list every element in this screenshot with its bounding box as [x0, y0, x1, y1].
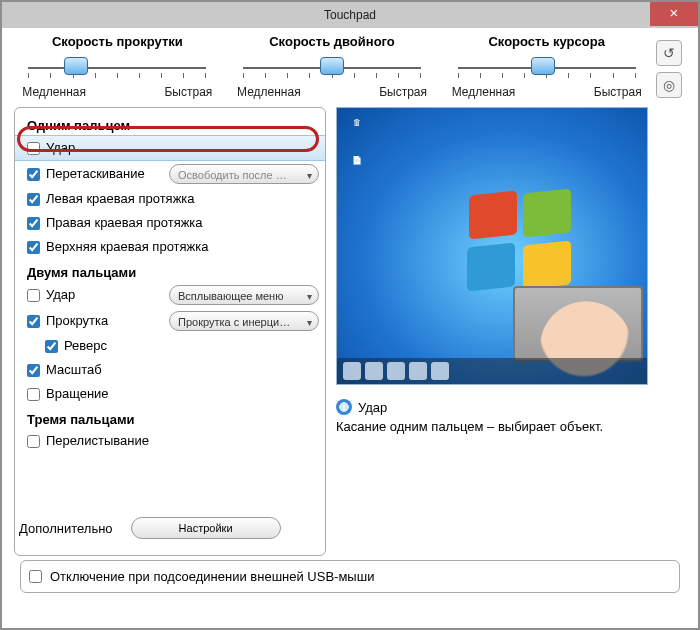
right-buttons: ↺ ◎ — [656, 34, 688, 99]
checkbox-right-edge[interactable] — [27, 217, 40, 230]
slider-double: Скорость двойного Медленная Быстрая — [227, 34, 438, 99]
slider-scroll-thumb[interactable] — [64, 57, 88, 75]
label-twotap: Удар — [46, 286, 75, 304]
task-icon — [409, 362, 427, 380]
label-flick: Перелистывание — [46, 432, 149, 450]
section-one-finger: Одним пальцем — [15, 112, 325, 135]
slider-cursor-min: Медленная — [452, 85, 516, 99]
checkbox-scroll[interactable] — [27, 315, 40, 328]
slider-scroll: Скорость прокрутки Медленная Быстрая — [12, 34, 223, 99]
item-scroll[interactable]: Прокрутка Прокрутка с инерци… — [15, 308, 325, 334]
titlebar: Touchpad × — [2, 2, 698, 28]
slider-scroll-track[interactable] — [22, 53, 212, 83]
gesture-panel: Одним пальцем Удар Перетаскивание Освобо… — [14, 107, 326, 556]
label-zoom: Масштаб — [46, 361, 102, 379]
label-tap: Удар — [46, 139, 75, 157]
undo-button[interactable]: ↺ — [656, 40, 682, 66]
close-button[interactable]: × — [650, 2, 698, 26]
info-title: Удар — [358, 400, 387, 415]
checkbox-drag[interactable] — [27, 168, 40, 181]
slider-cursor-thumb[interactable] — [531, 57, 555, 75]
info-block: i Удар Касание одним пальцем – выбирает … — [336, 399, 686, 434]
checkbox-flick[interactable] — [27, 435, 40, 448]
checkbox-disable-on-mouse[interactable] — [29, 570, 42, 583]
label-rotate: Вращение — [46, 385, 109, 403]
slider-double-thumb[interactable] — [320, 57, 344, 75]
sliders-row: Скорость прокрутки Медленная Быстрая Ско… — [2, 28, 698, 99]
windows-logo-icon — [467, 191, 587, 301]
label-disable-on-mouse: Отключение при подсоединении внешней USB… — [50, 569, 374, 584]
slider-scroll-min: Медленная — [22, 85, 86, 99]
slider-scroll-label: Скорость прокрутки — [12, 34, 223, 49]
advanced-label: Дополнительно — [19, 521, 113, 536]
slider-scroll-max: Быстрая — [164, 85, 212, 99]
close-icon: × — [670, 4, 679, 21]
slider-cursor-max: Быстрая — [594, 85, 642, 99]
item-rotate[interactable]: Вращение — [15, 382, 325, 406]
label-top-edge: Верхняя краевая протяжка — [46, 238, 208, 256]
item-flick[interactable]: Перелистывание — [15, 429, 325, 453]
desktop-icon: 🗑 — [343, 118, 371, 127]
dropdown-twotap[interactable]: Всплывающее меню — [169, 285, 319, 305]
item-reverse[interactable]: Реверс — [15, 334, 325, 358]
dropdown-scroll[interactable]: Прокрутка с инерци… — [169, 311, 319, 331]
preview-panel: 🗑 📄 i Удар — [336, 107, 686, 556]
dropdown-drag[interactable]: Освободить после … — [169, 164, 319, 184]
undo-icon: ↺ — [663, 45, 675, 61]
section-three-finger: Тремя пальцами — [15, 406, 325, 429]
desktop-icon: 📄 — [343, 156, 371, 165]
item-left-edge[interactable]: Левая краевая протяжка — [15, 187, 325, 211]
slider-double-min: Медленная — [237, 85, 301, 99]
checkbox-tap[interactable] — [27, 142, 40, 155]
label-right-edge: Правая краевая протяжка — [46, 214, 203, 232]
slider-double-track[interactable] — [237, 53, 427, 83]
task-icon — [365, 362, 383, 380]
item-right-edge[interactable]: Правая краевая протяжка — [15, 211, 325, 235]
bottom-row: Отключение при подсоединении внешней USB… — [2, 560, 698, 593]
settings-button[interactable]: Настройки — [131, 517, 281, 539]
slider-cursor: Скорость курсора Медленная Быстрая — [441, 34, 652, 99]
task-icon — [431, 362, 449, 380]
advanced-row: Дополнительно Настройки — [19, 517, 321, 539]
task-icon — [387, 362, 405, 380]
slider-cursor-label: Скорость курсора — [441, 34, 652, 49]
checkbox-rotate[interactable] — [27, 388, 40, 401]
info-text: Касание одним пальцем – выбирает объект. — [336, 419, 686, 434]
start-icon — [343, 362, 361, 380]
item-twotap[interactable]: Удар Всплывающее меню — [15, 282, 325, 308]
taskbar-graphic — [337, 358, 647, 384]
checkbox-top-edge[interactable] — [27, 241, 40, 254]
window: Touchpad × Скорость прокрутки Медленная … — [0, 0, 700, 630]
section-two-finger: Двумя пальцами — [15, 259, 325, 282]
disable-on-mouse-row[interactable]: Отключение при подсоединении внешней USB… — [20, 560, 680, 593]
window-title: Touchpad — [324, 8, 376, 22]
item-tap[interactable]: Удар — [15, 135, 325, 161]
target-button[interactable]: ◎ — [656, 72, 682, 98]
info-icon: i — [336, 399, 352, 415]
label-scroll: Прокрутка — [46, 312, 108, 330]
item-top-edge[interactable]: Верхняя краевая протяжка — [15, 235, 325, 259]
slider-cursor-track[interactable] — [452, 53, 642, 83]
gesture-preview: 🗑 📄 — [336, 107, 648, 385]
item-drag[interactable]: Перетаскивание Освободить после … — [15, 161, 325, 187]
slider-double-label: Скорость двойного — [227, 34, 438, 49]
label-reverse: Реверс — [64, 337, 107, 355]
label-left-edge: Левая краевая протяжка — [46, 190, 195, 208]
main-row: Одним пальцем Удар Перетаскивание Освобо… — [2, 99, 698, 560]
checkbox-reverse[interactable] — [45, 340, 58, 353]
checkbox-zoom[interactable] — [27, 364, 40, 377]
slider-double-max: Быстрая — [379, 85, 427, 99]
item-zoom[interactable]: Масштаб — [15, 358, 325, 382]
checkbox-twotap[interactable] — [27, 289, 40, 302]
target-icon: ◎ — [663, 77, 675, 93]
label-drag: Перетаскивание — [46, 165, 145, 183]
checkbox-left-edge[interactable] — [27, 193, 40, 206]
